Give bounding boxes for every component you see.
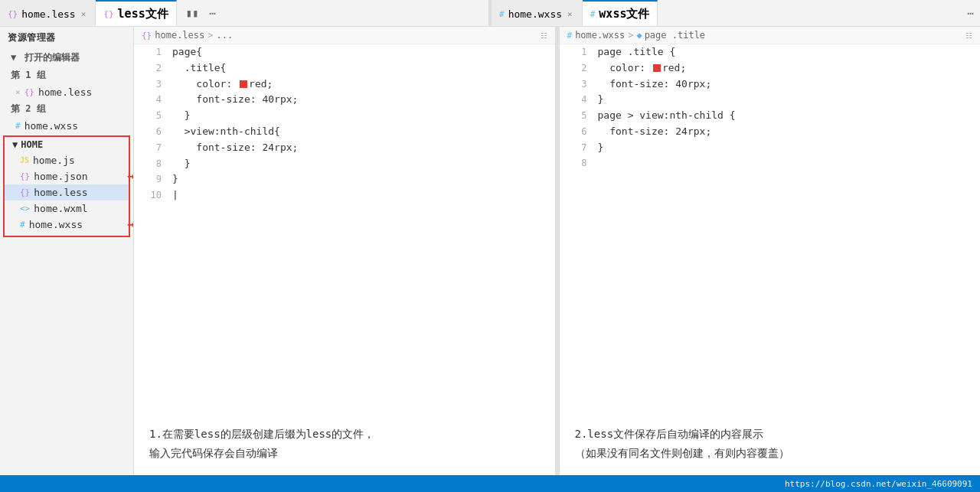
- wxss-icon: #: [499, 9, 505, 19]
- wxml-icon: <>: [20, 204, 30, 213]
- url-display: https://blog.csdn.net/weixin_46609091: [785, 479, 972, 489]
- less-file-icon: {}: [24, 87, 34, 97]
- r-code-line-1: 1 page .title {: [560, 44, 981, 60]
- right-code-area[interactable]: 1 page .title { 2 color: red; 3 font-siz…: [560, 44, 981, 412]
- tab-close-right[interactable]: ×: [566, 8, 574, 21]
- tab-bar: {} home.less × {} less文件 ▮▮ ⋯ # home.wxs…: [0, 0, 980, 27]
- color-swatch-red-left: [240, 80, 247, 88]
- right-annotation: 2.less文件保存后自动编译的内容展示（如果没有同名文件则创建，有则内容覆盖）: [560, 412, 981, 475]
- color-swatch-red-right: [653, 64, 661, 72]
- tab-home-less[interactable]: {} home.less ×: [0, 0, 96, 26]
- less-icon-active: {}: [103, 9, 113, 19]
- breadcrumb-path-right: ◆ page .title: [636, 30, 705, 41]
- breadcrumb-sep-left: >: [207, 30, 213, 41]
- left-code-area[interactable]: 1 page{ 2 .title{ 3 color: red; 4 font-s…: [134, 44, 555, 412]
- sidebar: 资源管理器 ▼ 打开的编辑器 第 1 组 × {} home.less 第 2 …: [0, 27, 134, 475]
- breadcrumb-less-icon: {}: [142, 31, 152, 41]
- r-code-line-2: 2 color: red;: [560, 60, 981, 77]
- minimap-toggle-right[interactable]: ☷: [965, 31, 972, 40]
- left-tab-group: {} home.less × {} less文件 ▮▮ ⋯: [0, 0, 488, 26]
- left-annotation: 1.在需要less的层级创建后缀为less的文件，输入完代码保存会自动编译: [134, 412, 555, 475]
- tab-home-less-label: home.less: [21, 8, 75, 20]
- less-icon: {}: [8, 9, 18, 19]
- code-line-9: 9 }: [134, 171, 555, 187]
- less-icon-sidebar: {}: [20, 187, 30, 197]
- tab-home-wxss[interactable]: # home.wxss ×: [492, 0, 583, 26]
- close-icon-sm[interactable]: ×: [15, 87, 21, 97]
- left-breadcrumb: {} home.less > ... ☷: [134, 27, 555, 44]
- right-editor-panel: # home.wxss > ◆ page .title ☷ 1 page .ti…: [560, 27, 981, 475]
- right-breadcrumb: # home.wxss > ◆ page .title ☷: [560, 27, 981, 44]
- sidebar-item-home-less-open[interactable]: × {} home.less: [0, 84, 133, 100]
- r-code-line-4: 4 }: [560, 92, 981, 108]
- r-code-line-8: 8: [560, 156, 981, 171]
- code-line-5: 5 }: [134, 108, 555, 124]
- left-tab-actions: ▮▮ ⋯: [177, 5, 225, 21]
- tab-close-left[interactable]: ×: [80, 8, 88, 21]
- split-editor-btn[interactable]: ▮▮: [183, 5, 202, 21]
- home-section-header: ▼ HOME: [5, 137, 129, 152]
- wxss-icon-sidebar: #: [20, 220, 25, 230]
- editor-panels: {} home.less > ... ☷ 1 page{ 2 .title{ 3: [134, 27, 980, 475]
- right-panel-close-btn[interactable]: ⋯: [968, 7, 980, 19]
- arrow-wxss: →: [127, 217, 134, 231]
- open-editors-label: ▼ 打开的编辑器: [0, 49, 133, 67]
- tab-wxss-file[interactable]: # wxss文件: [583, 0, 658, 26]
- json-icon: {}: [20, 171, 30, 181]
- r-code-line-5: 5 page > view:nth-child {: [560, 108, 981, 124]
- code-line-7: 7 font-size: 24rpx;: [134, 140, 555, 156]
- code-line-6: 6 >view:nth-child{: [134, 124, 555, 140]
- breadcrumb-leaf-icon: ◆: [636, 30, 642, 41]
- code-line-10: 10: [134, 187, 555, 204]
- r-code-line-7: 7 }: [560, 140, 981, 156]
- left-editor-panel: {} home.less > ... ☷ 1 page{ 2 .title{ 3: [134, 27, 556, 475]
- home-section: ▼ HOME JS home.js {} home.json → {} home…: [3, 135, 130, 237]
- right-tab-group: # home.wxss × # wxss文件 ⋯: [492, 0, 980, 26]
- wxss-icon-active: #: [590, 9, 596, 19]
- breadcrumb-sep-right: >: [628, 30, 633, 41]
- sidebar-item-home-json[interactable]: {} home.json →: [5, 168, 129, 184]
- main-area: 资源管理器 ▼ 打开的编辑器 第 1 组 × {} home.less 第 2 …: [0, 27, 980, 475]
- group1-label: 第 1 组: [0, 67, 133, 84]
- tab-less-file[interactable]: {} less文件: [96, 0, 176, 26]
- right-annotation-text: 2.less文件保存后自动编译的内容展示（如果没有同名文件则创建，有则内容覆盖）: [575, 425, 965, 463]
- tab-wxss-title: wxss文件: [599, 7, 649, 21]
- wxss-file-icon-sm: #: [15, 121, 21, 131]
- sidebar-item-home-wxml[interactable]: <> home.wxml: [5, 200, 129, 217]
- code-line-1: 1 page{: [134, 44, 555, 60]
- r-code-line-3: 3 font-size: 40rpx;: [560, 77, 981, 93]
- group2-label: 第 2 组: [0, 100, 133, 118]
- minimap-toggle[interactable]: ☷: [541, 31, 547, 40]
- code-line-4: 4 font-size: 40rpx;: [134, 92, 555, 108]
- code-line-8: 8 }: [134, 156, 555, 172]
- code-line-2: 2 .title{: [134, 60, 555, 77]
- more-actions-btn[interactable]: ⋯: [207, 5, 219, 21]
- breadcrumb-wxss-icon: #: [567, 31, 573, 41]
- sidebar-item-home-less[interactable]: {} home.less: [5, 184, 129, 200]
- sidebar-item-home-wxss-open[interactable]: # home.wxss: [0, 118, 133, 134]
- sidebar-header: 资源管理器: [0, 27, 133, 49]
- code-line-3: 3 color: red;: [134, 77, 555, 93]
- r-code-line-6: 6 font-size: 24rpx;: [560, 124, 981, 140]
- tab-less-title: less文件: [118, 7, 168, 21]
- js-icon: JS: [20, 156, 29, 165]
- left-annotation-text: 1.在需要less的层级创建后缀为less的文件，输入完代码保存会自动编译: [149, 425, 540, 463]
- arrow-json: →: [127, 168, 134, 183]
- bottom-bar: https://blog.csdn.net/weixin_46609091: [0, 475, 980, 492]
- tab-home-wxss-label: home.wxss: [508, 8, 562, 20]
- sidebar-item-home-js[interactable]: JS home.js: [5, 152, 129, 168]
- sidebar-item-home-wxss[interactable]: # home.wxss →: [5, 217, 129, 233]
